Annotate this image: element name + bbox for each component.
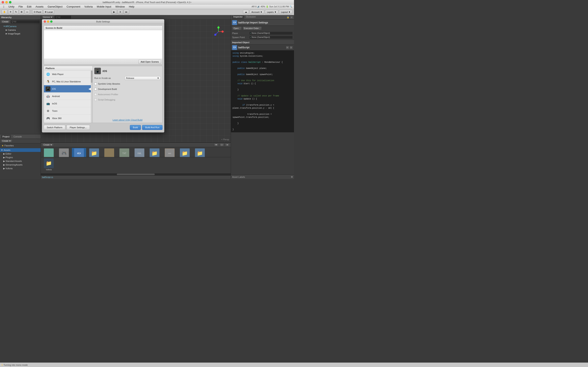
platform-pc-mac[interactable]: 🐧 PC, Mac & Linux Standalone	[44, 78, 93, 85]
menu-help[interactable]: Help	[127, 5, 136, 8]
assets-standard-item[interactable]: ▶ Standard Assets	[0, 159, 41, 163]
file-streaming[interactable]: 📁 StreamingAs...	[193, 148, 207, 157]
file-readme[interactable]: IMG readme_SDK	[163, 148, 177, 157]
build-and-run-btn[interactable]: Build And Run	[142, 125, 163, 130]
file-link[interactable]: XML link	[132, 148, 147, 157]
gizmos-button[interactable]: Gizmos ▼	[42, 16, 54, 19]
file-ballscript[interactable]: #C# ballScript	[72, 148, 86, 157]
add-open-scenes-btn[interactable]: Add Open Scenes	[138, 60, 161, 64]
maximize-button[interactable]	[9, 1, 11, 3]
account-button[interactable]: ☁	[243, 10, 249, 14]
tab-occlusion[interactable]: Occlusion	[244, 16, 257, 19]
assets-root-item[interactable]: ▼ Assets	[0, 148, 41, 152]
fb-create-btn[interactable]: Create ▼	[42, 143, 54, 147]
script-debug-checkbox[interactable]	[94, 99, 97, 101]
project-create-btn[interactable]: Create ▼	[1, 140, 12, 143]
assets-plugins-item[interactable]: ▶ Plugins	[0, 156, 41, 159]
dialog-max-btn[interactable]	[50, 20, 52, 23]
inspector-menu-btn[interactable]: ≡	[290, 16, 293, 19]
platform-ios[interactable]: 📱 iOS ◀	[44, 85, 93, 92]
move-tool[interactable]: ✛	[8, 10, 13, 14]
local-button[interactable]: ⊕ Local	[43, 10, 54, 14]
development-checkbox[interactable]	[94, 88, 97, 90]
layout-dropdown[interactable]: Layout ▼	[279, 10, 292, 14]
layers-dropdown[interactable]: Layers ▼	[265, 10, 278, 14]
close-button[interactable]	[2, 1, 4, 3]
open-btn[interactable]: Open...	[232, 26, 242, 30]
menu-window[interactable]: Window	[114, 5, 126, 8]
menu-edit[interactable]: Edit	[25, 5, 33, 8]
inspector-lock-btn[interactable]: 🔒	[286, 16, 290, 19]
tab-inspector[interactable]: Inspector	[232, 16, 244, 19]
pause-button[interactable]: ⏸	[117, 10, 123, 14]
account-dropdown[interactable]: Account ▼	[250, 10, 264, 14]
file-ballmaterial[interactable]: ballMaterial	[42, 148, 56, 157]
favorites-item[interactable]: ★ Favorites	[0, 144, 41, 147]
menu-component[interactable]: Component	[65, 5, 82, 8]
file-editor[interactable]: 📁 Editor	[87, 148, 101, 157]
hierarchy-tree: ▼ ARCamera ▶ Camera ▶ ImageTarget	[0, 24, 41, 134]
platform-android[interactable]: 🤖 Android	[44, 92, 93, 100]
player-settings-btn[interactable]: Player Settings...	[67, 125, 90, 130]
switch-platform-btn[interactable]: Switch Platform	[44, 125, 65, 130]
platform-tvos[interactable]: 📺 tvOS	[44, 100, 93, 107]
hand-tool[interactable]: ✋	[2, 10, 7, 14]
minimize-button[interactable]	[5, 1, 8, 3]
platform-scrollbar[interactable]	[91, 71, 93, 123]
dialog-close-btn[interactable]	[44, 20, 46, 23]
fb-eye-btn[interactable]: 👁	[214, 143, 219, 147]
run-in-xcode-dropdown[interactable]: Release ▼	[125, 76, 161, 80]
assets-editor-item[interactable]: ▶ Editor	[0, 152, 41, 156]
fb-close-btn[interactable]: ✕	[225, 143, 229, 147]
menu-gameobject[interactable]: GameObject	[46, 5, 64, 8]
file-plugins[interactable]: 📁 Plugins	[147, 148, 162, 157]
scale-tool[interactable]: ⊞	[19, 10, 24, 14]
step-button[interactable]: ⏭	[123, 10, 129, 14]
execution-order-btn[interactable]: Execution Order...	[242, 26, 262, 30]
tree-item-imagetarget[interactable]: ▶ ImageTarget	[0, 32, 41, 35]
apple-menu[interactable]: 	[2, 5, 6, 9]
menu-vuforia[interactable]: Vuforia	[83, 5, 94, 8]
scroll-thumb[interactable]	[117, 174, 155, 175]
platform-xbox360[interactable]: 🎮 Xbox 360	[44, 115, 93, 122]
tree-item-camera[interactable]: ▶ Camera	[0, 28, 41, 32]
imported-edit-btn[interactable]: ✏	[286, 46, 289, 49]
symlink-checkbox[interactable]	[94, 83, 97, 85]
menu-unity[interactable]: Unity	[7, 5, 16, 8]
file-floormaterial[interactable]: floorMaterial	[102, 148, 116, 157]
menu-file[interactable]: File	[17, 5, 25, 8]
assets-vuforia-item[interactable]: ▶ Vuforia	[0, 167, 41, 170]
menu-assets[interactable]: Assets	[34, 5, 45, 8]
imported-menu-btn[interactable]: ≡	[290, 46, 293, 49]
platform-tizen[interactable]: ⚙ Tizen	[44, 107, 93, 115]
tree-item-arcamera[interactable]: ▼ ARCamera	[0, 25, 41, 28]
spawnpoint-value[interactable]: ▪ None (GameObject)	[249, 36, 293, 39]
rect-tool[interactable]: ▭	[25, 10, 30, 14]
scene-search[interactable]	[55, 16, 71, 19]
tab-console[interactable]: Console	[12, 135, 23, 138]
fb-filter-btn[interactable]: ⬡	[219, 143, 224, 147]
dialog-min-btn[interactable]	[47, 20, 49, 23]
hierarchy-search[interactable]	[11, 20, 40, 24]
code-line-25	[233, 125, 292, 128]
cloud-build-link[interactable]: Learn about Unity Cloud Build	[94, 119, 161, 121]
file-ballmazevr[interactable]: 🎮 ballMazeVR	[57, 148, 71, 157]
pivot-button[interactable]: ⊙ Pivot	[32, 10, 43, 14]
autoconnect-checkbox[interactable]	[94, 93, 97, 96]
file-vuforia[interactable]: 📁 Vuforia	[42, 158, 56, 171]
assets-streaming-item[interactable]: ▶ StreamingAssets	[0, 163, 41, 167]
file-standard[interactable]: 📁 Standard Ass...	[178, 148, 192, 157]
platform-web-player[interactable]: 🌐 Web Player	[44, 71, 93, 78]
plane-value[interactable]: ▪ None (GameObject)	[249, 32, 293, 35]
hierarchy-create-btn[interactable]: Create	[1, 20, 10, 24]
item-label: Vuforia	[6, 167, 12, 170]
tab-project[interactable]: Project	[1, 135, 11, 138]
play-button[interactable]: ▶	[111, 10, 117, 14]
file-license[interactable]: TXT license_3rdp...	[117, 148, 131, 157]
menu-mobile-input[interactable]: Mobile Input	[95, 5, 113, 8]
build-btn[interactable]: Build	[130, 125, 141, 130]
selected-arrow-icon: ◀	[88, 87, 91, 91]
symlink-row: Symlink Unity libraries	[94, 82, 161, 86]
bottom-scrollbar[interactable]	[41, 173, 231, 175]
rotate-tool[interactable]: ↻	[14, 10, 18, 14]
